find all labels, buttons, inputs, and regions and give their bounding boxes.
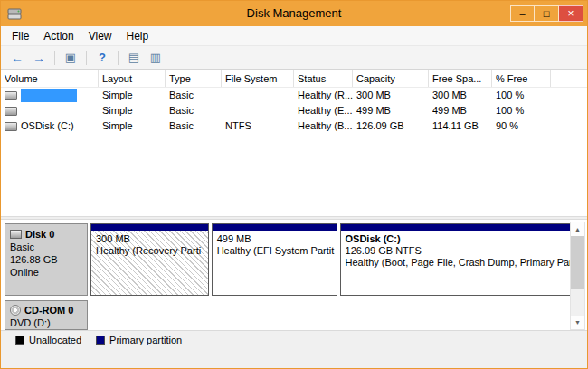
- vertical-scrollbar[interactable]: ▲ ▼: [570, 222, 585, 330]
- disk-0-label[interactable]: Disk 0 Basic 126.88 GB Online: [5, 223, 88, 296]
- close-button[interactable]: ×: [559, 5, 583, 22]
- filler-cell: [551, 118, 587, 134]
- file-system-cell: [222, 103, 294, 118]
- scroll-down-icon[interactable]: ▼: [571, 316, 584, 329]
- cdrom-0-row: CD-ROM 0 DVD (D:): [5, 300, 565, 330]
- toolbar-separator: [86, 51, 87, 65]
- volume-name: OSDisk (C:): [21, 118, 74, 134]
- disk-management-window: Disk Management – □ × File Action View H…: [0, 0, 588, 369]
- drive-icon: [5, 122, 17, 131]
- column-header-filler: [551, 70, 587, 87]
- status-area: [1, 348, 587, 368]
- partition-size: 126.09 GB NTFS: [346, 245, 578, 257]
- file-system-cell: NTFS: [222, 118, 294, 134]
- menu-help[interactable]: Help: [119, 26, 156, 45]
- status-cell: Healthy (B...: [294, 118, 353, 134]
- partition-efi[interactable]: 499 MB Healthy (EFI System Partit: [212, 223, 337, 296]
- console-tree-icon[interactable]: ▣: [60, 48, 81, 68]
- window-icon[interactable]: [7, 7, 22, 20]
- cdrom-0-media: DVD (D:): [10, 317, 82, 329]
- title-bar[interactable]: Disk Management – □ ×: [1, 1, 587, 26]
- filler-cell: [551, 103, 587, 118]
- legend-bar: Unallocated Primary partition: [1, 330, 587, 348]
- legend-unallocated: Unallocated: [15, 335, 81, 345]
- percent-free-cell: 100 %: [492, 103, 551, 118]
- selection-highlight: [21, 89, 77, 102]
- partition-color-strip: [341, 224, 583, 231]
- percent-free-cell: 100 %: [492, 88, 551, 103]
- toolbar-separator: [118, 51, 119, 65]
- legend-label: Primary partition: [109, 335, 182, 345]
- layout-cell: Simple: [99, 118, 166, 134]
- list-view-icon[interactable]: ▤: [123, 48, 145, 68]
- primary-partition-swatch: [96, 336, 105, 345]
- column-header-file-system[interactable]: File System: [222, 70, 294, 87]
- menu-bar: File Action View Help: [1, 26, 587, 46]
- type-cell: Basic: [166, 118, 222, 134]
- volume-table-header: Volume Layout Type File System Status Ca…: [1, 70, 587, 88]
- forward-icon[interactable]: →: [28, 48, 50, 68]
- free-space-cell: 114.11 GB: [429, 118, 492, 134]
- column-header-capacity[interactable]: Capacity: [353, 70, 429, 87]
- partition-size: 300 MB: [96, 233, 204, 245]
- toolbar-separator: [54, 51, 55, 65]
- disk-0-size: 126.88 GB: [10, 253, 82, 266]
- volume-cell: [1, 88, 99, 103]
- volume-row-efi[interactable]: Simple Basic Healthy (E... 499 MB 499 MB…: [1, 103, 587, 118]
- layout-cell: Simple: [99, 103, 166, 118]
- volume-row-recovery[interactable]: Simple Basic Healthy (R... 300 MB 300 MB…: [1, 88, 587, 103]
- percent-free-cell: 90 %: [492, 118, 551, 134]
- menu-file[interactable]: File: [5, 26, 36, 45]
- menu-action[interactable]: Action: [36, 26, 81, 45]
- volume-list-pane: Volume Layout Type File System Status Ca…: [1, 70, 587, 216]
- capacity-cell: 126.09 GB: [353, 118, 429, 134]
- volume-cell: [1, 103, 99, 118]
- menu-view[interactable]: View: [81, 26, 119, 45]
- column-header-free-space[interactable]: Free Spa...: [429, 70, 492, 87]
- scrollbar-thumb[interactable]: [571, 236, 584, 289]
- layout-cell: Simple: [99, 88, 166, 103]
- type-cell: Basic: [166, 103, 222, 118]
- minimize-button[interactable]: –: [510, 5, 535, 22]
- cdrom-0-label[interactable]: CD-ROM 0 DVD (D:): [5, 300, 88, 330]
- filler-cell: [551, 88, 587, 103]
- unallocated-swatch: [15, 336, 24, 345]
- column-header-layout[interactable]: Layout: [99, 70, 166, 87]
- cdrom-0-title: CD-ROM 0: [10, 304, 82, 317]
- partition-status: Healthy (Boot, Page File, Crash Dump, Pr…: [346, 257, 578, 269]
- disk-0-status: Online: [10, 266, 82, 279]
- column-header-status[interactable]: Status: [294, 70, 353, 87]
- disk-0-title: Disk 0: [10, 228, 82, 241]
- window-title: Disk Management: [1, 1, 587, 26]
- partition-color-strip: [213, 224, 337, 231]
- capacity-cell: 499 MB: [353, 103, 429, 118]
- status-cell: Healthy (R...: [294, 88, 353, 103]
- partition-status: Healthy (EFI System Partit: [217, 245, 332, 257]
- disk-0-row: Disk 0 Basic 126.88 GB Online 300 MB Hea…: [5, 223, 565, 296]
- disk-icon: [10, 230, 22, 239]
- disk-0-type: Basic: [10, 241, 82, 253]
- partition-size: 499 MB: [217, 233, 332, 245]
- legend-primary-partition: Primary partition: [96, 335, 182, 345]
- column-header-type[interactable]: Type: [166, 70, 222, 87]
- back-icon[interactable]: ←: [6, 48, 28, 68]
- type-cell: Basic: [166, 88, 222, 103]
- partition-osdisk[interactable]: OSDisk (C:) 126.09 GB NTFS Healthy (Boot…: [340, 223, 583, 296]
- graph-view-icon[interactable]: ▥: [145, 48, 166, 68]
- file-system-cell: [222, 88, 294, 103]
- legend-label: Unallocated: [29, 335, 81, 345]
- partition-info: 300 MB Healthy (Recovery Parti: [91, 231, 208, 295]
- free-space-cell: 499 MB: [429, 103, 492, 118]
- partition-recovery[interactable]: 300 MB Healthy (Recovery Parti: [90, 223, 209, 296]
- volume-row-osdisk[interactable]: OSDisk (C:) Simple Basic NTFS Healthy (B…: [1, 118, 587, 134]
- scroll-up-icon[interactable]: ▲: [571, 222, 584, 236]
- column-header-percent-free[interactable]: % Free: [492, 70, 551, 87]
- drive-icon: [5, 107, 17, 116]
- volume-cell: OSDisk (C:): [1, 118, 99, 134]
- column-header-volume[interactable]: Volume: [1, 70, 99, 87]
- maximize-button[interactable]: □: [535, 5, 559, 22]
- help-icon[interactable]: ?: [91, 48, 113, 68]
- cdrom-0-name: CD-ROM 0: [24, 304, 73, 317]
- graphical-view-pane: Disk 0 Basic 126.88 GB Online 300 MB Hea…: [1, 220, 587, 330]
- disk-0-partitions: 300 MB Healthy (Recovery Parti 499 MB He…: [90, 223, 583, 296]
